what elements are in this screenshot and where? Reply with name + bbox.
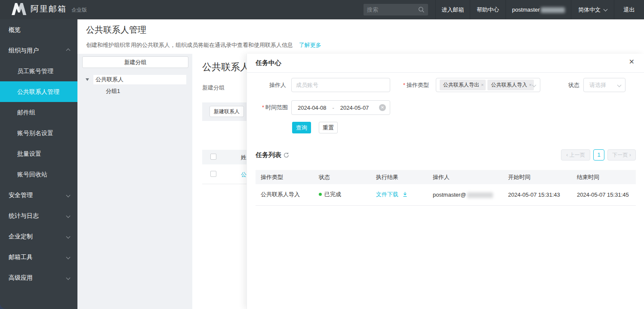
- enter-mailbox-button[interactable]: 进入邮箱: [435, 0, 470, 19]
- sidebar-item-batch-settings[interactable]: 批量设置: [0, 143, 77, 164]
- chevron-down-icon: [66, 193, 71, 198]
- query-button[interactable]: 查询: [292, 122, 311, 133]
- col-type: 操作类型: [256, 170, 314, 184]
- task-center-panel: 任务中心 ✕ 操作人 *操作类型 公共联系人导出× 公共联系人导入× 状态 请选…: [247, 54, 644, 309]
- file-download-link[interactable]: 文件下载: [376, 191, 398, 198]
- language-label: 简体中文: [578, 6, 601, 13]
- close-icon[interactable]: ✕: [629, 59, 635, 65]
- account-name: postmaster: [512, 6, 539, 13]
- chevron-down-icon: [604, 7, 608, 12]
- brand: 阿里邮箱 企业版: [11, 3, 87, 15]
- sidebar-item-mail-groups[interactable]: 邮件组: [0, 102, 77, 123]
- type-label: *操作类型: [403, 78, 429, 92]
- sidebar-item-label: 公共联系人管理: [17, 88, 59, 95]
- required-asterisk: *: [403, 82, 405, 88]
- task-list-title: 任务列表: [256, 151, 281, 159]
- operator-label: 操作人: [269, 78, 286, 92]
- search-icon[interactable]: [418, 6, 425, 13]
- sidebar-item-security[interactable]: 安全管理: [0, 185, 77, 205]
- cell-type: 公共联系人导入: [256, 184, 314, 205]
- operator-input[interactable]: [291, 78, 390, 92]
- cell-end-time: 2024-05-07 15:31:45: [572, 184, 636, 205]
- topbar: 阿里邮箱 企业版 进入邮箱 帮助中心 postmaster 简体中文 退出: [0, 0, 644, 19]
- sidebar: 概览 组织与用户 员工账号管理 公共联系人管理 邮件组 账号别名设置 批量设置 …: [0, 19, 77, 309]
- cell-operator: postmaster@: [428, 184, 503, 205]
- group-tree-panel: 新建分组 公共联系人 分组1: [77, 54, 192, 309]
- learn-more-link[interactable]: 了解更多: [299, 42, 321, 48]
- refresh-icon[interactable]: [283, 152, 290, 158]
- account-menu[interactable]: postmaster: [505, 0, 571, 19]
- sidebar-item-label: 员工账号管理: [17, 68, 53, 74]
- prev-arrow-icon: ‹: [566, 152, 568, 158]
- status-select[interactable]: 请选择: [583, 78, 626, 92]
- range-label-text: 时间范围: [265, 104, 288, 111]
- sidebar-item-account-recycle[interactable]: 账号回收站: [0, 164, 77, 185]
- next-page-button[interactable]: 下一页 ›: [607, 149, 636, 161]
- new-contact-button[interactable]: 新建联系人: [210, 106, 244, 117]
- page-description-text: 创建和维护组织常用的公共联系人，组织成员将能在通讯录中查看和使用联系人信息: [86, 42, 293, 48]
- col-start-time: 开始时间: [503, 170, 572, 184]
- search-input[interactable]: [367, 6, 418, 13]
- sidebar-item-label: 批量设置: [17, 150, 41, 157]
- cell-start-time: 2024-05-07 15:31:43: [503, 184, 572, 205]
- sidebar-item-enterprise-custom[interactable]: 企业定制: [0, 226, 77, 247]
- date-separator: -: [333, 105, 334, 111]
- cell-result: 文件下载: [371, 184, 428, 205]
- sidebar-item-employee-accounts[interactable]: 员工账号管理: [0, 61, 77, 81]
- date-end: 2024-05-07: [340, 105, 369, 111]
- alimail-logo-icon: [11, 3, 27, 15]
- remove-tag-icon[interactable]: ×: [481, 82, 484, 87]
- clear-icon[interactable]: ✕: [379, 104, 386, 111]
- sidebar-item-label: 企业定制: [9, 233, 33, 240]
- type-label-text: 操作类型: [407, 82, 429, 88]
- next-label: 下一页: [612, 152, 628, 158]
- help-center-button[interactable]: 帮助中心: [470, 0, 505, 19]
- chevron-down-icon: [66, 214, 71, 218]
- sidebar-item-org-user[interactable]: 组织与用户: [0, 40, 77, 61]
- sidebar-item-stats-logs[interactable]: 统计与日志: [0, 205, 77, 226]
- sidebar-item-public-contacts[interactable]: 公共联系人管理: [0, 81, 77, 102]
- admin-console: 概览 组织与用户 员工账号管理 公共联系人管理 邮件组 账号别名设置 批量设置 …: [0, 0, 644, 309]
- logout-button[interactable]: 退出: [614, 0, 644, 19]
- sidebar-item-label: 概览: [9, 26, 21, 33]
- type-multiselect[interactable]: 公共联系人导出× 公共联系人导入×: [436, 78, 540, 92]
- caret-down-icon[interactable]: [86, 78, 89, 81]
- sidebar-item-label: 组织与用户: [9, 47, 39, 54]
- sidebar-item-label: 邮件组: [17, 109, 35, 116]
- language-menu[interactable]: 简体中文: [571, 0, 614, 19]
- prev-label: 上一页: [570, 152, 585, 158]
- task-table-header-row: 操作类型 状态 执行结果 操作人 开始时间 结束时间: [256, 170, 636, 184]
- tree-node-child[interactable]: 分组1: [106, 87, 120, 95]
- contacts-subtitle: 新建分组: [202, 84, 225, 92]
- page-title: 公共联系人管理: [86, 24, 146, 36]
- status-label: 状态: [568, 78, 579, 92]
- required-asterisk: *: [262, 104, 264, 111]
- prev-page-button[interactable]: ‹ 上一页: [561, 149, 590, 161]
- col-operator: 操作人: [428, 170, 503, 184]
- col-end-time: 结束时间: [572, 170, 636, 184]
- page-description: 创建和维护组织常用的公共联系人，组织成员将能在通讯录中查看和使用联系人信息 了解…: [86, 41, 321, 49]
- tree-node-root[interactable]: 公共联系人: [93, 75, 186, 84]
- date-range-input[interactable]: 2024-04-08 - 2024-05-07 ✕: [291, 100, 390, 115]
- page-header: 公共联系人管理 创建和维护组织常用的公共联系人，组织成员将能在通讯录中查看和使用…: [77, 19, 644, 54]
- current-page-button[interactable]: 1: [593, 149, 604, 161]
- redacted-account-domain: [541, 7, 565, 13]
- sidebar-item-mailbox-tools[interactable]: 邮箱工具: [0, 247, 77, 267]
- col-status: 状态: [314, 170, 371, 184]
- cell-status: 已完成: [314, 184, 371, 205]
- sidebar-item-alias-settings[interactable]: 账号别名设置: [0, 123, 77, 143]
- new-group-button[interactable]: 新建分组: [82, 56, 188, 68]
- tag-label: 公共联系人导入: [491, 82, 527, 88]
- download-icon[interactable]: [402, 192, 408, 197]
- remove-tag-icon[interactable]: ×: [529, 82, 531, 87]
- sidebar-item-overview[interactable]: 概览: [0, 19, 77, 40]
- sidebar-item-label: 邮箱工具: [9, 253, 33, 260]
- type-tag-import: 公共联系人导入×: [487, 80, 533, 90]
- col-result: 执行结果: [371, 170, 428, 184]
- row-checkbox[interactable]: [210, 171, 216, 177]
- date-start: 2024-04-08: [298, 105, 327, 111]
- reset-button[interactable]: 重置: [319, 122, 338, 133]
- sidebar-item-advanced-apps[interactable]: 高级应用: [0, 267, 77, 288]
- select-all-checkbox[interactable]: [210, 154, 216, 160]
- range-label: *时间范围: [262, 100, 288, 114]
